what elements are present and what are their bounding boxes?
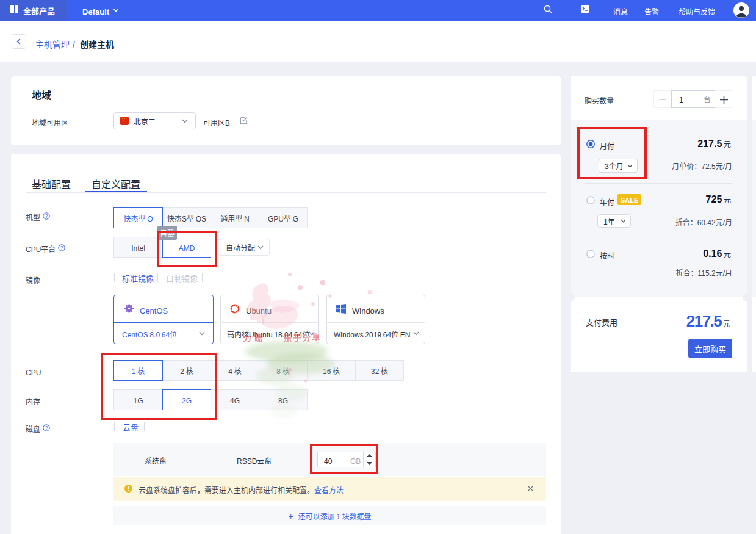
svg-text:?: ?	[45, 425, 48, 431]
svg-text:力暖: 力暖	[243, 331, 266, 344]
